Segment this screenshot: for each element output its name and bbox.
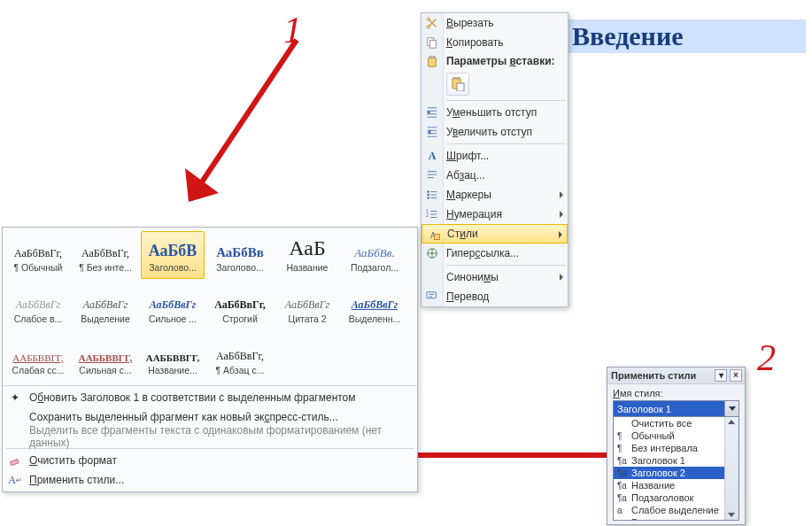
style-cell[interactable]: АаБбВвГгВыделенн... bbox=[343, 282, 406, 330]
dropdown-scrollbar[interactable] bbox=[724, 417, 739, 520]
svg-rect-4 bbox=[429, 58, 437, 67]
style-sample: АаБбВ bbox=[142, 237, 204, 260]
ctx-translate-label: Перевод bbox=[446, 290, 489, 303]
style-dropdown-item[interactable]: Очистить все bbox=[614, 417, 739, 429]
styles-icon: A bbox=[425, 227, 441, 243]
style-dropdown-item-label: Выделение bbox=[631, 517, 683, 521]
style-sample: АаБбВвГг bbox=[7, 289, 69, 312]
style-cell[interactable]: АаБбВвГгСильное ... bbox=[141, 282, 205, 330]
ctx-translate[interactable]: Перевод bbox=[421, 287, 568, 306]
svg-rect-7 bbox=[454, 77, 459, 79]
svg-point-11 bbox=[427, 197, 429, 199]
style-sample: ААББВВГГ, bbox=[74, 340, 136, 363]
ctx-increase-indent[interactable]: Увеличить отступ bbox=[421, 122, 568, 142]
style-cell[interactable]: АаБбВвГг,Строгий bbox=[208, 282, 272, 330]
style-dropdown-item[interactable]: ¶Обычный bbox=[614, 429, 739, 442]
gallery-actions: ✦ Обновить Заголовок 1 в соответствии с … bbox=[3, 385, 417, 491]
ctx-numbering[interactable]: 12 Нумерация bbox=[421, 205, 568, 224]
decrease-indent-icon bbox=[424, 104, 440, 120]
style-dropdown-item[interactable]: ¶Без интервала bbox=[614, 442, 739, 454]
gallery-select-all-same[interactable]: Выделить все фрагменты текста с одинаков… bbox=[3, 427, 417, 446]
svg-point-10 bbox=[427, 194, 429, 197]
ctx-copy[interactable]: Копировать bbox=[421, 33, 568, 52]
style-cell[interactable]: ААББВВГГ,Слабая сс... bbox=[6, 334, 70, 382]
style-cell[interactable]: АаБбВв.Подзагол... bbox=[343, 231, 406, 279]
style-dropdown-item-label: Подзаголовок bbox=[631, 492, 693, 503]
ctx-paste-options bbox=[421, 70, 568, 98]
gallery-apply-styles[interactable]: A↵ Применить стили... bbox=[3, 470, 417, 490]
document-heading: Введение bbox=[567, 19, 806, 53]
style-type-icon: ¶a bbox=[617, 493, 628, 503]
ctx-font[interactable]: A Шрифт... bbox=[421, 146, 568, 166]
style-sample: АаБ bbox=[276, 237, 338, 260]
style-cell[interactable]: АаБНазвание bbox=[275, 231, 339, 279]
dialog-dropdown-button[interactable]: ▾ bbox=[715, 369, 727, 382]
ctx-paragraph[interactable]: Абзац... bbox=[421, 166, 568, 185]
style-dropdown-item[interactable]: ¶aЗаголовок 2 bbox=[614, 467, 739, 479]
hyperlink-icon bbox=[424, 245, 440, 261]
svg-rect-15 bbox=[427, 292, 437, 298]
ctx-copy-label: Копировать bbox=[446, 36, 504, 49]
ctx-hyperlink[interactable]: Гиперссылка... bbox=[421, 244, 568, 263]
annotation-2: 2 bbox=[757, 336, 776, 379]
svg-point-9 bbox=[427, 190, 429, 193]
combo-dropdown-button[interactable] bbox=[724, 401, 739, 416]
style-cell[interactable]: ААББВВГГ,Название... bbox=[141, 334, 205, 382]
style-name-input[interactable] bbox=[613, 400, 739, 417]
style-dropdown-item-label: Слабое выделение bbox=[631, 505, 719, 515]
ctx-cut[interactable]: Вырезать bbox=[421, 13, 568, 33]
numbering-icon: 12 bbox=[424, 206, 440, 222]
ctx-styles[interactable]: A Стили bbox=[421, 224, 568, 244]
gallery-clear-label: Очистить формат bbox=[29, 454, 117, 467]
apply-styles-titlebar[interactable]: Применить стили ▾ × bbox=[607, 367, 745, 384]
style-dropdown-item-label: Заголовок 2 bbox=[631, 468, 685, 478]
style-label: Слабая сс... bbox=[12, 365, 64, 375]
style-cell[interactable]: АаБбВвГг,¶ Абзац с... bbox=[208, 334, 272, 382]
ctx-decrease-indent[interactable]: Уменьшить отступ bbox=[421, 103, 568, 122]
eraser-icon bbox=[8, 453, 22, 468]
style-sample: АаБбВв. bbox=[344, 237, 406, 260]
style-cell[interactable]: АаБбВвЗаголово... bbox=[208, 231, 272, 279]
style-label: ¶ Без инте... bbox=[79, 262, 132, 273]
ctx-separator bbox=[446, 143, 566, 144]
chevron-right-icon bbox=[560, 191, 563, 198]
font-icon: A bbox=[424, 148, 440, 164]
style-cell[interactable]: АаБбВвГг,¶ Без инте... bbox=[73, 231, 137, 279]
apply-styles-dialog: Применить стили ▾ × Имя стиля: Очистить … bbox=[607, 367, 746, 525]
ctx-paste-params-text: Параметры вставки: bbox=[446, 55, 555, 67]
style-dropdown-item[interactable]: ¶aНазвание bbox=[614, 479, 739, 491]
dialog-close-button[interactable]: × bbox=[730, 369, 742, 382]
style-name-combo[interactable] bbox=[613, 400, 739, 417]
ctx-synonyms[interactable]: Синонимы bbox=[421, 267, 568, 287]
arrow-1 bbox=[173, 35, 314, 221]
style-label: Подзагол... bbox=[351, 262, 398, 273]
style-cell[interactable]: АаБбВЗаголово... bbox=[141, 231, 205, 279]
svg-rect-8 bbox=[457, 83, 464, 91]
style-sample: АаБбВвГг, bbox=[209, 289, 271, 312]
annotation-1: 1 bbox=[283, 9, 302, 51]
style-cell[interactable]: АаБбВвГгЦитата 2 bbox=[275, 282, 339, 330]
style-sample: АаБбВвГг bbox=[344, 289, 406, 312]
paste-keep-source-button[interactable] bbox=[446, 73, 469, 96]
gallery-update-style[interactable]: ✦ Обновить Заголовок 1 в соответствии с … bbox=[3, 388, 417, 407]
style-dropdown-list: Очистить все¶Обычный¶Без интервала¶aЗаго… bbox=[613, 416, 739, 521]
gallery-update-label: Обновить Заголовок 1 в соответствии с вы… bbox=[29, 391, 356, 404]
chevron-right-icon bbox=[560, 211, 563, 218]
gallery-clear-format[interactable]: Очистить формат bbox=[3, 451, 417, 470]
style-dropdown-item[interactable]: aСлабое выделение bbox=[614, 504, 739, 516]
style-cell[interactable]: АаБбВвГгСлабое в... bbox=[6, 282, 70, 330]
style-label: Название... bbox=[148, 365, 197, 375]
paragraph-icon bbox=[424, 167, 440, 183]
style-cell[interactable]: АаБбВвГгВыделение bbox=[73, 282, 137, 330]
ctx-bullets[interactable]: Маркеры bbox=[421, 185, 568, 205]
style-sample: АаБбВвГг bbox=[142, 289, 204, 312]
style-cell[interactable]: АаБбВвГг,¶ Обычный bbox=[6, 231, 70, 279]
style-sample: АаБбВвГг, bbox=[209, 340, 271, 363]
ctx-bullets-label: Маркеры bbox=[446, 189, 491, 201]
style-cell[interactable]: ААББВВГГ,Сильная с... bbox=[73, 334, 137, 382]
style-dropdown-item[interactable]: ¶aЗаголовок 1 bbox=[614, 454, 739, 467]
ctx-increase-indent-label: Увеличить отступ bbox=[446, 126, 532, 138]
style-dropdown-item[interactable]: ¶aПодзаголовок bbox=[614, 491, 739, 504]
svg-text:2: 2 bbox=[426, 213, 429, 218]
style-dropdown-item[interactable]: aВыделение bbox=[614, 516, 739, 521]
